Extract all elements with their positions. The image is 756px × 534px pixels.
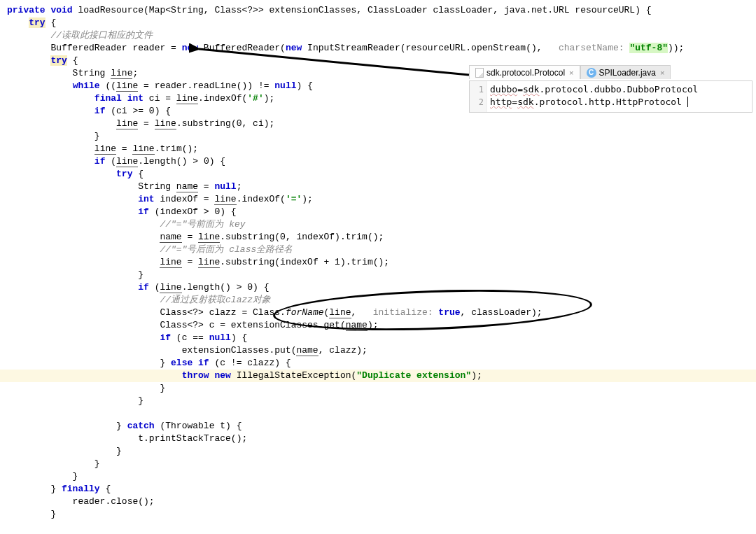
- svg-line-1: [199, 49, 469, 75]
- panel-body: 12 dubbo=sdk.protocol.dubbo.DubboProtoco…: [469, 81, 752, 113]
- arrow-annotation: [189, 43, 483, 85]
- file-line-2: http=sdk.protocol.http.HttpProtocol: [490, 96, 698, 108]
- java-class-icon: C: [587, 68, 596, 78]
- close-icon[interactable]: ×: [660, 69, 664, 77]
- panel-tabs: sdk.protocol.Protocol × C SPILoader.java…: [469, 65, 752, 81]
- inline-editor-panel: sdk.protocol.Protocol × C SPILoader.java…: [469, 65, 752, 121]
- file-line-1: dubbo=sdk.protocol.dubbo.DubboProtocol: [490, 83, 698, 96]
- tab-label: SPILoader.java: [599, 68, 656, 78]
- close-icon[interactable]: ×: [569, 69, 573, 77]
- tab-spiloader[interactable]: C SPILoader.java ×: [580, 65, 671, 79]
- panel-gutter: 12: [470, 81, 487, 112]
- panel-file-lines[interactable]: dubbo=sdk.protocol.dubbo.DubboProtocolht…: [487, 81, 701, 112]
- editor-canvas: private void loadResource(Map<String, Cl…: [0, 0, 756, 534]
- tab-label: sdk.protocol.Protocol: [486, 68, 565, 78]
- tab-protocol[interactable]: sdk.protocol.Protocol ×: [469, 65, 580, 79]
